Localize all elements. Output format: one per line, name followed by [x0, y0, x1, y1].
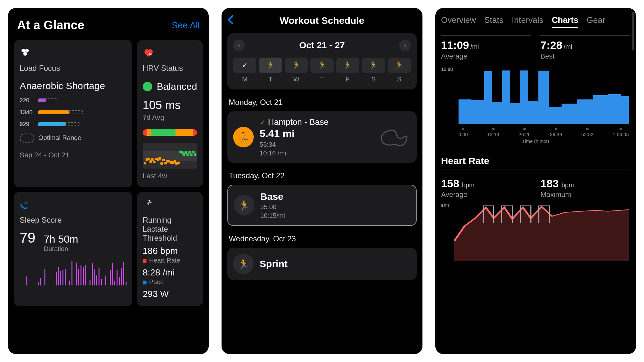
- panel-workout-schedule: Workout Schedule ‹ Oct 21 - 27 › ✓M🏃T🏃W🏃…: [222, 8, 422, 354]
- day-button[interactable]: 🏃T: [259, 58, 282, 83]
- stat-pace-best: 7:28/mi Best: [540, 35, 630, 60]
- load-bar-row: 220: [20, 97, 127, 104]
- day-button[interactable]: 🏃F: [336, 58, 359, 83]
- pace-chart: 10:0013:2016:40 0:0013:1326:2639:3952:52…: [441, 66, 630, 137]
- card-label: HRV Status: [143, 64, 197, 73]
- x-axis-label: Time (h:m:s): [441, 138, 630, 144]
- back-button[interactable]: [227, 14, 234, 27]
- runner-icon: 🏃: [388, 58, 411, 73]
- check-icon: ✓: [233, 58, 256, 73]
- tab-gear[interactable]: Gear: [587, 15, 605, 28]
- load-bar-row: 1340: [20, 109, 127, 116]
- runner-icon: 🏃: [336, 58, 359, 73]
- day-button[interactable]: ✓M: [233, 58, 256, 83]
- load-focus-value: Anaerobic Shortage: [20, 80, 127, 92]
- runner-icon: 🏃: [310, 58, 334, 73]
- sleep-icon: zz: [20, 205, 31, 211]
- card-sleep-score[interactable]: zz Sleep Score 79 7h 50m Duration: [14, 192, 132, 306]
- date-header: Wednesday, Oct 23: [229, 234, 415, 243]
- week-range: Oct 21 - 27: [299, 40, 345, 51]
- tab-bar: OverviewStatsIntervalsChartsGear: [441, 15, 630, 28]
- card-lactate-threshold[interactable]: Running Lactate Threshold 186 bpm Heart …: [137, 192, 203, 306]
- day-button[interactable]: 🏃W: [285, 58, 308, 83]
- optimal-range-legend: Optimal Range: [20, 134, 127, 143]
- legend-heart-rate: Heart Rate: [143, 257, 197, 264]
- workout-card[interactable]: 🏃Base35:0010:15/mi: [227, 185, 416, 226]
- svg-text:zz: zz: [148, 52, 152, 55]
- day-button[interactable]: 🏃S: [388, 58, 411, 83]
- stat-pace-average: 11:09/mi Average: [441, 35, 531, 60]
- next-week-button[interactable]: ›: [399, 40, 411, 51]
- tab-intervals[interactable]: Intervals: [512, 15, 543, 28]
- legend-pace: Pace: [143, 278, 197, 286]
- workout-card[interactable]: 🏃✓Hampton - Base5.41 mi55:3410:16 /mi: [227, 111, 416, 163]
- status-dot-icon: [143, 82, 152, 91]
- runner-icon: 🏃: [233, 127, 254, 147]
- scrollbar[interactable]: [632, 12, 634, 51]
- card-load-focus[interactable]: Load Focus Anaerobic Shortage 2201340929…: [14, 40, 132, 187]
- week-selector: ‹ Oct 21 - 27 › ✓M🏃T🏃W🏃T🏃F🏃S🏃S: [227, 33, 416, 89]
- stat-hr-average: 158 bpm Average: [441, 174, 531, 199]
- tab-stats[interactable]: Stats: [484, 15, 503, 28]
- rlt-hr: 186 bpm: [143, 246, 197, 256]
- rlt-pace: 8:28 /mi: [143, 267, 197, 278]
- stat-hr-max: 183 bpm Maximum: [540, 174, 630, 199]
- see-all-link[interactable]: See All: [172, 20, 200, 31]
- svg-point-0: [22, 49, 25, 52]
- load-focus-icon: [20, 47, 31, 58]
- hrv-icon: zz: [143, 47, 154, 58]
- runner-icon: 🏃: [259, 58, 282, 73]
- check-icon: ✓: [260, 118, 265, 126]
- panel-charts: OverviewStatsIntervalsChartsGear 11:09/m…: [435, 8, 636, 354]
- day-button[interactable]: 🏃T: [310, 58, 334, 83]
- tab-charts[interactable]: Charts: [552, 15, 578, 28]
- date-header: Tuesday, Oct 22: [229, 171, 415, 180]
- runner-icon: 🏃: [362, 58, 385, 73]
- load-bar-row: 929: [20, 121, 127, 128]
- hrv-value: 105 ms: [143, 98, 197, 112]
- svg-point-1: [25, 49, 29, 52]
- sleep-duration: 7h 50m: [44, 233, 78, 245]
- hrv-trend-chart: [143, 143, 197, 169]
- sleep-stage-chart: [20, 256, 127, 285]
- date-range: Sep 24 - Oct 21: [20, 151, 127, 159]
- prev-week-button[interactable]: ‹: [233, 40, 245, 51]
- sleep-score-value: 79: [20, 230, 35, 246]
- svg-point-2: [23, 52, 27, 56]
- hrv-avg-label: 7d Avg: [143, 113, 197, 122]
- sleep-duration-label: Duration: [44, 245, 78, 253]
- card-label: Sleep Score: [20, 216, 127, 225]
- hrv-status-text: Balanced: [157, 81, 197, 92]
- runner-icon: [143, 199, 154, 210]
- section-title-heart-rate: Heart Rate: [441, 155, 630, 170]
- card-label: Load Focus: [20, 64, 127, 73]
- svg-text:zz: zz: [24, 201, 28, 205]
- hrv-period-label: Last 4w: [143, 172, 197, 180]
- svg-point-5: [148, 200, 150, 202]
- page-title: At a Glance: [17, 18, 84, 32]
- runner-icon: 🏃: [285, 58, 308, 73]
- panel-at-a-glance: At a Glance See All Load Focus Anaerobic…: [8, 8, 209, 354]
- route-map-icon: [375, 124, 411, 150]
- runner-icon: 🏃: [234, 195, 254, 216]
- rlt-power: 293 W: [143, 289, 197, 299]
- date-header: Monday, Oct 21: [229, 98, 415, 107]
- hrv-range-bar: [143, 129, 197, 136]
- page-title: Workout Schedule: [280, 15, 365, 26]
- workout-card[interactable]: 🏃Sprint: [227, 248, 416, 280]
- heart-rate-chart: 15010050: [441, 203, 630, 261]
- card-label: Running Lactate Threshold: [143, 216, 197, 243]
- day-button[interactable]: 🏃S: [362, 58, 385, 83]
- card-hrv-status[interactable]: zz HRV Status Balanced 105 ms 7d Avg Las…: [137, 40, 203, 187]
- runner-icon: 🏃: [233, 254, 254, 274]
- tab-overview[interactable]: Overview: [441, 15, 476, 28]
